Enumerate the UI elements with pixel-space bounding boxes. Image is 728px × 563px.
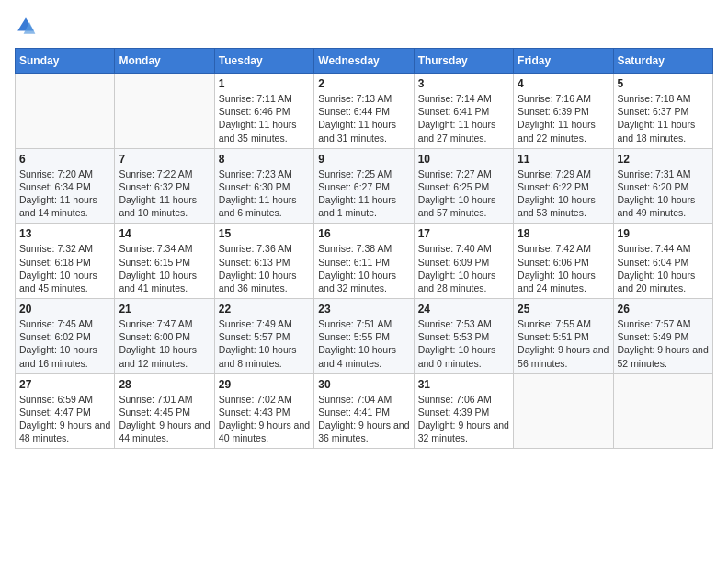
day-info: Sunrise: 7:02 AM Sunset: 4:43 PM Dayligh… bbox=[219, 393, 310, 445]
calendar-cell: 18Sunrise: 7:42 AM Sunset: 6:06 PM Dayli… bbox=[514, 224, 613, 299]
calendar-cell: 13Sunrise: 7:32 AM Sunset: 6:18 PM Dayli… bbox=[16, 224, 115, 299]
day-number: 10 bbox=[418, 153, 509, 166]
calendar-cell: 31Sunrise: 7:06 AM Sunset: 4:39 PM Dayli… bbox=[414, 373, 513, 449]
calendar-cell bbox=[16, 74, 115, 149]
calendar-cell: 29Sunrise: 7:02 AM Sunset: 4:43 PM Dayli… bbox=[214, 373, 313, 449]
calendar-week-5: 27Sunrise: 6:59 AM Sunset: 4:47 PM Dayli… bbox=[16, 373, 713, 449]
day-info: Sunrise: 7:47 AM Sunset: 6:00 PM Dayligh… bbox=[119, 317, 210, 370]
day-number: 13 bbox=[19, 227, 110, 240]
day-info: Sunrise: 7:36 AM Sunset: 6:13 PM Dayligh… bbox=[219, 242, 310, 294]
day-info: Sunrise: 7:22 AM Sunset: 6:32 PM Dayligh… bbox=[119, 167, 210, 220]
day-number: 17 bbox=[418, 227, 509, 240]
day-info: Sunrise: 7:23 AM Sunset: 6:30 PM Dayligh… bbox=[219, 167, 310, 220]
calendar-cell: 2Sunrise: 7:13 AM Sunset: 6:44 PM Daylig… bbox=[314, 74, 414, 149]
day-number: 7 bbox=[119, 153, 210, 166]
day-info: Sunrise: 7:04 AM Sunset: 4:41 PM Dayligh… bbox=[318, 393, 409, 445]
day-info: Sunrise: 7:44 AM Sunset: 6:04 PM Dayligh… bbox=[618, 242, 709, 294]
logo-icon bbox=[15, 15, 37, 37]
day-info: Sunrise: 7:31 AM Sunset: 6:20 PM Dayligh… bbox=[618, 167, 709, 220]
calendar-cell: 23Sunrise: 7:51 AM Sunset: 5:55 PM Dayli… bbox=[314, 299, 414, 374]
calendar-cell: 14Sunrise: 7:34 AM Sunset: 6:15 PM Dayli… bbox=[115, 224, 214, 299]
day-info: Sunrise: 7:42 AM Sunset: 6:06 PM Dayligh… bbox=[518, 242, 609, 294]
day-info: Sunrise: 7:38 AM Sunset: 6:11 PM Dayligh… bbox=[318, 242, 409, 294]
header-cell-tuesday: Tuesday bbox=[214, 49, 313, 74]
day-number: 23 bbox=[318, 303, 409, 316]
header-cell-monday: Monday bbox=[115, 49, 214, 74]
day-info: Sunrise: 7:14 AM Sunset: 6:41 PM Dayligh… bbox=[418, 92, 509, 144]
calendar-body: 1Sunrise: 7:11 AM Sunset: 6:46 PM Daylig… bbox=[16, 74, 713, 449]
day-info: Sunrise: 7:57 AM Sunset: 5:49 PM Dayligh… bbox=[618, 317, 709, 370]
calendar-cell: 27Sunrise: 6:59 AM Sunset: 4:47 PM Dayli… bbox=[16, 373, 115, 449]
day-number: 19 bbox=[618, 227, 709, 240]
calendar-cell: 12Sunrise: 7:31 AM Sunset: 6:20 PM Dayli… bbox=[613, 148, 712, 224]
calendar-cell: 22Sunrise: 7:49 AM Sunset: 5:57 PM Dayli… bbox=[214, 299, 313, 374]
day-info: Sunrise: 7:55 AM Sunset: 5:51 PM Dayligh… bbox=[518, 317, 609, 370]
day-info: Sunrise: 7:18 AM Sunset: 6:37 PM Dayligh… bbox=[618, 92, 709, 144]
calendar-cell: 30Sunrise: 7:04 AM Sunset: 4:41 PM Dayli… bbox=[314, 373, 414, 449]
header-cell-friday: Friday bbox=[514, 49, 613, 74]
header-row: SundayMondayTuesdayWednesdayThursdayFrid… bbox=[16, 49, 713, 74]
day-number: 14 bbox=[119, 227, 210, 240]
day-number: 15 bbox=[219, 227, 310, 240]
calendar-cell: 15Sunrise: 7:36 AM Sunset: 6:13 PM Dayli… bbox=[214, 224, 313, 299]
day-info: Sunrise: 7:51 AM Sunset: 5:55 PM Dayligh… bbox=[318, 317, 409, 370]
day-info: Sunrise: 7:45 AM Sunset: 6:02 PM Dayligh… bbox=[19, 317, 110, 370]
day-number: 28 bbox=[119, 378, 210, 391]
logo bbox=[15, 15, 39, 40]
day-number: 12 bbox=[618, 153, 709, 166]
day-info: Sunrise: 7:27 AM Sunset: 6:25 PM Dayligh… bbox=[418, 167, 509, 220]
calendar-cell: 1Sunrise: 7:11 AM Sunset: 6:46 PM Daylig… bbox=[214, 74, 313, 149]
day-info: Sunrise: 6:59 AM Sunset: 4:47 PM Dayligh… bbox=[19, 393, 110, 445]
calendar-cell: 19Sunrise: 7:44 AM Sunset: 6:04 PM Dayli… bbox=[613, 224, 712, 299]
day-info: Sunrise: 7:11 AM Sunset: 6:46 PM Dayligh… bbox=[219, 92, 310, 144]
day-number: 26 bbox=[618, 303, 709, 316]
header-cell-saturday: Saturday bbox=[613, 49, 712, 74]
calendar-cell: 9Sunrise: 7:25 AM Sunset: 6:27 PM Daylig… bbox=[314, 148, 414, 224]
day-number: 3 bbox=[418, 77, 509, 90]
calendar-cell: 3Sunrise: 7:14 AM Sunset: 6:41 PM Daylig… bbox=[414, 74, 513, 149]
day-info: Sunrise: 7:32 AM Sunset: 6:18 PM Dayligh… bbox=[19, 242, 110, 294]
calendar-cell: 25Sunrise: 7:55 AM Sunset: 5:51 PM Dayli… bbox=[514, 299, 613, 374]
day-number: 5 bbox=[618, 77, 709, 90]
calendar-cell: 10Sunrise: 7:27 AM Sunset: 6:25 PM Dayli… bbox=[414, 148, 513, 224]
calendar-cell: 20Sunrise: 7:45 AM Sunset: 6:02 PM Dayli… bbox=[16, 299, 115, 374]
calendar-cell bbox=[613, 373, 712, 449]
day-number: 6 bbox=[19, 153, 110, 166]
calendar-cell: 16Sunrise: 7:38 AM Sunset: 6:11 PM Dayli… bbox=[314, 224, 414, 299]
day-number: 31 bbox=[418, 378, 509, 391]
day-number: 11 bbox=[518, 153, 609, 166]
day-number: 8 bbox=[219, 153, 310, 166]
calendar-cell bbox=[514, 373, 613, 449]
calendar-cell: 11Sunrise: 7:29 AM Sunset: 6:22 PM Dayli… bbox=[514, 148, 613, 224]
day-info: Sunrise: 7:34 AM Sunset: 6:15 PM Dayligh… bbox=[119, 242, 210, 294]
calendar-week-3: 13Sunrise: 7:32 AM Sunset: 6:18 PM Dayli… bbox=[16, 224, 713, 299]
day-number: 21 bbox=[119, 303, 210, 316]
calendar-cell: 4Sunrise: 7:16 AM Sunset: 6:39 PM Daylig… bbox=[514, 74, 613, 149]
calendar-cell: 28Sunrise: 7:01 AM Sunset: 4:45 PM Dayli… bbox=[115, 373, 214, 449]
calendar-week-1: 1Sunrise: 7:11 AM Sunset: 6:46 PM Daylig… bbox=[16, 74, 713, 149]
calendar-week-2: 6Sunrise: 7:20 AM Sunset: 6:34 PM Daylig… bbox=[16, 148, 713, 224]
day-number: 4 bbox=[518, 77, 609, 90]
calendar-cell: 24Sunrise: 7:53 AM Sunset: 5:53 PM Dayli… bbox=[414, 299, 513, 374]
day-info: Sunrise: 7:40 AM Sunset: 6:09 PM Dayligh… bbox=[418, 242, 509, 294]
day-number: 30 bbox=[318, 378, 409, 391]
day-number: 16 bbox=[318, 227, 409, 240]
day-info: Sunrise: 7:53 AM Sunset: 5:53 PM Dayligh… bbox=[418, 317, 509, 370]
day-number: 20 bbox=[19, 303, 110, 316]
day-info: Sunrise: 7:20 AM Sunset: 6:34 PM Dayligh… bbox=[19, 167, 110, 220]
day-number: 27 bbox=[19, 378, 110, 391]
calendar-week-4: 20Sunrise: 7:45 AM Sunset: 6:02 PM Dayli… bbox=[16, 299, 713, 374]
day-info: Sunrise: 7:25 AM Sunset: 6:27 PM Dayligh… bbox=[318, 167, 409, 220]
day-info: Sunrise: 7:01 AM Sunset: 4:45 PM Dayligh… bbox=[119, 393, 210, 445]
day-number: 29 bbox=[219, 378, 310, 391]
calendar-cell: 5Sunrise: 7:18 AM Sunset: 6:37 PM Daylig… bbox=[613, 74, 712, 149]
day-info: Sunrise: 7:06 AM Sunset: 4:39 PM Dayligh… bbox=[418, 393, 509, 445]
day-number: 9 bbox=[318, 153, 409, 166]
calendar-cell: 21Sunrise: 7:47 AM Sunset: 6:00 PM Dayli… bbox=[115, 299, 214, 374]
calendar-cell: 7Sunrise: 7:22 AM Sunset: 6:32 PM Daylig… bbox=[115, 148, 214, 224]
calendar-cell bbox=[115, 74, 214, 149]
day-number: 1 bbox=[219, 77, 310, 90]
day-number: 24 bbox=[418, 303, 509, 316]
calendar-cell: 8Sunrise: 7:23 AM Sunset: 6:30 PM Daylig… bbox=[214, 148, 313, 224]
page-header bbox=[15, 15, 713, 40]
